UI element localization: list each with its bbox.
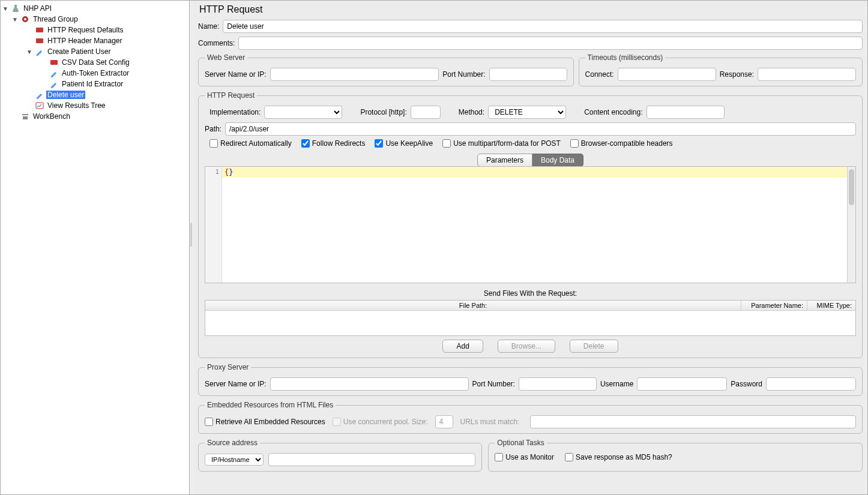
add-button[interactable]: Add [442, 340, 483, 353]
tree-item-http-header[interactable]: HTTP Header Manager [1, 35, 189, 46]
retrieve-checkbox[interactable]: Retrieve All Embedded Resources [205, 418, 325, 426]
tree-item-thread-group[interactable]: ▼ Thread Group [1, 14, 189, 25]
tree-item-nhp-api[interactable]: ▼ NHP API [1, 3, 189, 14]
proxy-pass-label: Password [731, 380, 762, 388]
config-icon [35, 25, 44, 35]
config-icon [35, 36, 44, 46]
files-col-path[interactable]: File Path: [205, 301, 741, 310]
optional-legend: Optional Tasks [495, 439, 547, 447]
browse-button[interactable]: Browse... [498, 340, 555, 353]
comments-label: Comments: [198, 39, 235, 47]
response-label: Response: [720, 70, 754, 79]
files-table[interactable]: File Path: Parameter Name: MIME Type: [205, 300, 856, 336]
method-select[interactable]: DELETE [488, 106, 566, 119]
editor-content[interactable]: {} [222, 167, 847, 283]
embedded-legend: Embedded Resources from HTML Files [205, 401, 336, 409]
editor-gutter: 1 [205, 167, 222, 283]
concurrent-checkbox: Use concurrent pool. Size: [333, 418, 428, 426]
tree-item-create-patient[interactable]: ▼ Create Patient User [1, 46, 189, 57]
protocol-input[interactable] [411, 106, 441, 119]
keepalive-checkbox[interactable]: Use KeepAlive [375, 139, 433, 148]
test-plan-tree[interactable]: ▼ NHP API ▼ Thread Group HTTP Request De… [1, 1, 190, 494]
proxy-port-input[interactable] [519, 377, 597, 391]
proxy-port-label: Port Number: [472, 380, 515, 388]
disclosure-triangle-icon[interactable]: ▼ [2, 5, 9, 12]
name-input[interactable] [223, 20, 863, 33]
connect-input[interactable] [618, 68, 716, 81]
web-server-fieldset: Web Server Server Name or IP: Port Numbe… [198, 53, 574, 86]
workbench-icon [20, 112, 30, 121]
extractor-icon [49, 79, 59, 89]
encoding-input[interactable] [646, 106, 725, 119]
tab-parameters[interactable]: Parameters [477, 154, 532, 167]
proxy-server-input[interactable] [270, 377, 469, 391]
tree-label: NHP API [22, 4, 53, 13]
pool-size-input [435, 415, 453, 428]
svg-rect-2 [50, 60, 58, 65]
connect-label: Connect: [585, 70, 614, 79]
multipart-checkbox[interactable]: Use multipart/form-data for POST [442, 139, 561, 148]
port-label: Port Number: [442, 70, 485, 79]
editor-scrollbar[interactable] [847, 167, 855, 283]
tree-label: Create Patient User [46, 47, 112, 56]
urls-input[interactable] [530, 415, 856, 428]
server-input[interactable] [270, 68, 439, 81]
files-col-mime[interactable]: MIME Type: [807, 301, 855, 310]
proxy-legend: Proxy Server [205, 363, 251, 371]
browser-headers-checkbox[interactable]: Browser-compatible headers [570, 139, 673, 148]
port-input[interactable] [489, 68, 567, 81]
impl-label: Implementation: [209, 108, 261, 116]
proxy-fieldset: Proxy Server Server Name or IP: Port Num… [198, 363, 863, 396]
tree-item-patient-id[interactable]: Patient Id Extractor [1, 79, 189, 89]
tree-item-csv[interactable]: CSV Data Set Config [1, 57, 189, 68]
sampler-icon [35, 47, 44, 56]
tree-label: Thread Group [32, 15, 79, 23]
protocol-label: Protocol [http]: [360, 108, 406, 116]
tree-label: Patient Id Extractor [61, 80, 124, 88]
monitor-checkbox[interactable]: Use as Monitor [495, 453, 554, 461]
http-request-fieldset: HTTP Request Implementation: Protocol [h… [198, 91, 863, 358]
gear-icon [20, 14, 30, 24]
source-input[interactable] [268, 453, 475, 466]
sampler-icon [35, 90, 44, 100]
tree-label: CSV Data Set Config [61, 58, 131, 67]
source-fieldset: Source address IP/Hostname [198, 439, 482, 472]
follow-redirects-checkbox[interactable]: Follow Redirects [301, 139, 366, 148]
tree-item-view-results[interactable]: View Results Tree [1, 100, 189, 111]
disclosure-triangle-icon[interactable]: ▼ [26, 49, 33, 55]
method-label: Method: [459, 108, 484, 116]
tree-item-auth-token[interactable]: Auth-Token Extractor [1, 68, 189, 79]
impl-select[interactable] [264, 106, 342, 119]
tree-label: HTTP Request Defaults [46, 26, 125, 34]
extractor-icon [49, 68, 59, 78]
source-legend: Source address [205, 439, 260, 447]
encoding-label: Content encoding: [584, 108, 642, 116]
path-input[interactable] [225, 122, 856, 136]
tree-label: WorkBench [32, 112, 71, 121]
path-label: Path: [205, 125, 222, 133]
timeouts-fieldset: Timeouts (milliseconds) Connect: Respons… [579, 53, 863, 86]
files-col-pname[interactable]: Parameter Name: [741, 301, 807, 310]
optional-fieldset: Optional Tasks Use as Monitor Save respo… [488, 439, 863, 472]
comments-input[interactable] [238, 37, 863, 50]
delete-button[interactable]: Delete [570, 340, 618, 353]
proxy-pass-input[interactable] [766, 377, 856, 391]
redirect-auto-checkbox[interactable]: Redirect Automatically [209, 139, 292, 148]
timeouts-legend: Timeouts (milliseconds) [585, 53, 666, 62]
tree-item-delete-user[interactable]: Delete user [1, 89, 189, 100]
body-data-editor[interactable]: 1 {} [205, 166, 856, 283]
tree-label: View Results Tree [46, 101, 107, 110]
files-title: Send Files With the Request: [205, 289, 856, 298]
md5-checkbox[interactable]: Save response as MD5 hash? [565, 453, 672, 461]
response-input[interactable] [758, 68, 856, 81]
tree-item-workbench[interactable]: WorkBench [1, 111, 189, 122]
tree-label: HTTP Header Manager [46, 37, 124, 45]
tree-item-http-defaults[interactable]: HTTP Request Defaults [1, 25, 189, 35]
splitter[interactable] [190, 1, 193, 494]
svg-rect-1 [36, 38, 43, 43]
source-type-select[interactable]: IP/Hostname [205, 454, 264, 466]
proxy-user-input[interactable] [637, 377, 727, 391]
disclosure-triangle-icon[interactable]: ▼ [11, 16, 19, 23]
tab-body-data[interactable]: Body Data [532, 154, 583, 167]
server-label: Server Name or IP: [205, 70, 267, 79]
